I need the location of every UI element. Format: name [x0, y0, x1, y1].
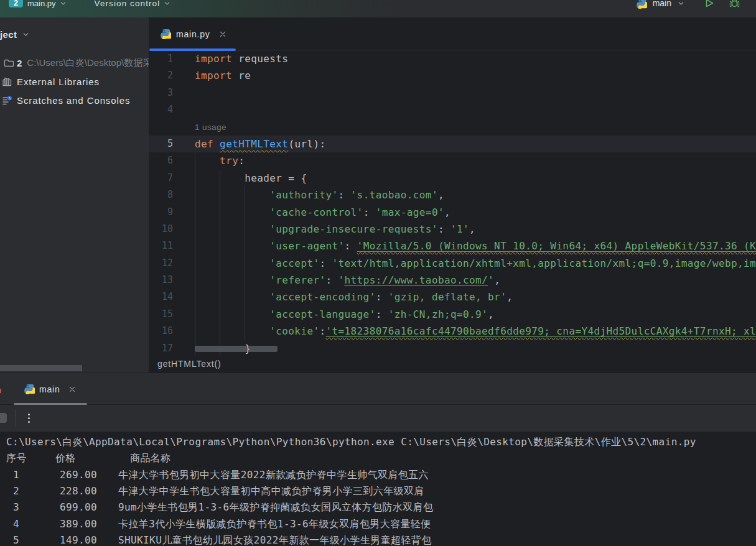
- console-output[interactable]: C:\Users\白炎\AppData\Local\Programs\Pytho…: [0, 432, 756, 546]
- code-line: 16 'cookie':'t=18238076a16cafc44790baedf…: [149, 323, 756, 340]
- indent-guide: [195, 152, 195, 357]
- line-number: 13: [149, 272, 173, 289]
- run-button[interactable]: [704, 0, 714, 8]
- tree-item-scratches[interactable]: Scratches and Consoles: [0, 91, 149, 109]
- console-table-row: 4389.00卡拉羊3代小学生横版减负护脊书包1-3-6年级女双肩包男大容量轻便: [0, 516, 756, 532]
- project-tree: 2 C:\Users\白炎\Desktop\数据采集技术\作业\5\2 Exte…: [0, 53, 149, 109]
- line-number: 4: [149, 101, 173, 118]
- line-number: 9: [149, 204, 173, 221]
- console-text: C:\Users\白炎\AppData\Local\Programs\Pytho…: [6, 434, 696, 450]
- line-number: 11: [149, 238, 173, 254]
- editor-horizontal-scrollbar[interactable]: [195, 346, 278, 352]
- console-table-row: 5149.00SHUKIKU儿童书包幼儿园女孩2022年新款一年级小学生男童超轻…: [0, 532, 756, 546]
- chevron-down-icon[interactable]: [677, 0, 685, 7]
- line-number: 12: [149, 255, 173, 272]
- project-tool-window: ject 2 C:\Users\白炎\Desktop\数据采集技术\作业\5\2…: [0, 17, 149, 372]
- line-number: 6: [149, 152, 173, 169]
- console-text: 1: [13, 467, 19, 483]
- code-line: 10 'upgrade-insecure-requests': '1',: [149, 221, 756, 238]
- tree-item-label: Scratches and Consoles: [17, 95, 130, 106]
- project-panel-horizontal-scrollbar[interactable]: [0, 365, 82, 371]
- code-line: 6 try:: [149, 152, 756, 169]
- console-table-row: 1269.00牛津大学书包男初中大容量2022新款减负护脊中学生帅气双肩包五六: [0, 467, 756, 483]
- console-text: 牛津大学中学生书包大容量初中高中减负护脊男小学三到六年级双肩: [118, 483, 424, 499]
- chevron-down-icon: [22, 30, 30, 39]
- run-tab-main[interactable]: main: [14, 373, 76, 405]
- console-command-line: C:\Users\白炎\AppData\Local\Programs\Pytho…: [0, 434, 756, 450]
- file-menu[interactable]: main.py: [27, 0, 67, 8]
- debug-button[interactable]: [729, 0, 740, 9]
- indent-guide: [245, 187, 245, 340]
- editor-tab-bar: main.py: [149, 17, 756, 50]
- code-line: 15 'accept-language': 'zh-CN,zh;q=0.9',: [149, 306, 756, 323]
- console-text: 2: [13, 483, 19, 499]
- external-libraries-icon: [2, 76, 12, 87]
- code-line: 3: [149, 85, 756, 101]
- console-text: SHUKIKU儿童书包幼儿园女孩2022年新款一年级小学生男童超轻背包: [118, 532, 432, 546]
- project-root-name: 2: [17, 58, 22, 68]
- console-table-header: 序号价格商品名称: [0, 450, 756, 466]
- line-number: 15: [149, 306, 173, 323]
- run-config-selector[interactable]: main: [653, 0, 671, 8]
- console-text: 228.00: [60, 483, 97, 499]
- vcs-menu-label: Version control: [95, 0, 161, 8]
- console-text: 价格: [55, 450, 76, 466]
- console-table-row: 2228.00牛津大学中学生书包大容量初中高中减负护脊男小学三到六年级双肩: [0, 483, 756, 499]
- tree-item-project-root[interactable]: 2 C:\Users\白炎\Desktop\数据采集技术\作业\5\2: [0, 53, 149, 72]
- python-file-icon: [24, 384, 35, 394]
- project-panel-header[interactable]: ject: [0, 26, 30, 42]
- console-text: 269.00: [60, 467, 97, 483]
- code-line: 11 'user-agent': 'Mozilla/5.0 (Windows N…: [149, 238, 756, 254]
- main-toolbar: 2 main.py Version control main: [0, 0, 756, 17]
- close-icon[interactable]: [68, 386, 76, 393]
- more-options-icon[interactable]: [24, 408, 34, 428]
- console-text: 4: [13, 516, 19, 532]
- project-root-path: C:\Users\白炎\Desktop\数据采集技术\作业\5\2: [27, 57, 149, 69]
- python-logo-icon: [637, 0, 647, 9]
- console-text: 商品名称: [130, 450, 171, 466]
- code-line: 12 'accept': 'text/html,application/xhtm…: [149, 255, 756, 272]
- breadcrumb: getHTMLText(): [149, 354, 756, 373]
- usages-inlay-hint: 1 usage: [149, 119, 756, 136]
- editor-tab-main-py[interactable]: main.py: [149, 17, 236, 50]
- line-number: 14: [149, 289, 173, 305]
- code-line: 5def getHTMLText(url):: [149, 136, 756, 152]
- file-menu-label: main.py: [27, 0, 56, 8]
- code-line: 4: [149, 101, 756, 118]
- close-icon[interactable]: [219, 30, 226, 38]
- run-tab-bar: main: [0, 373, 756, 405]
- run-tool-window: main C:\Users\白炎\AppData\Local\Programs\…: [0, 373, 756, 546]
- console-text: 序号: [6, 450, 27, 466]
- python-file-icon: [161, 29, 171, 39]
- console-text: 389.00: [60, 516, 97, 532]
- line-number: 7: [149, 170, 173, 187]
- vcs-menu[interactable]: Version control: [95, 0, 172, 8]
- project-badge[interactable]: 2: [9, 0, 23, 7]
- console-text: 699.00: [60, 499, 97, 516]
- run-tab-label: main: [39, 384, 60, 394]
- console-text: 149.00: [60, 532, 97, 546]
- stop-icon[interactable]: [0, 389, 1, 393]
- console-text: 9um小学生书包男1-3-6年级护脊抑菌减负女国风立体方包防水双肩包: [118, 499, 433, 516]
- code-line: 9 'cache-control': 'max-age=0',: [149, 204, 756, 221]
- run-toolbar: [0, 405, 756, 432]
- toolbar-icon-fragment[interactable]: [0, 413, 7, 423]
- line-number: 10: [149, 221, 173, 238]
- breadcrumb-item[interactable]: getHTMLText(): [157, 359, 222, 369]
- console-text: 卡拉羊3代小学生横版减负护脊书包1-3-6年级女双肩包男大容量轻便: [118, 516, 431, 532]
- project-panel-title: ject: [0, 29, 17, 40]
- tree-item-label: External Libraries: [17, 76, 100, 87]
- chevron-down-icon: [59, 0, 67, 7]
- code-line: 13 'referer': 'https://www.taobao.com/',: [149, 272, 756, 289]
- console-text: 3: [13, 499, 19, 516]
- console-table-row: 3699.009um小学生书包男1-3-6年级护脊抑菌减负女国风立体方包防水双肩…: [0, 499, 756, 516]
- line-number: 16: [149, 323, 173, 340]
- line-number: 5: [149, 136, 173, 152]
- code-line: 7 header = {: [149, 170, 756, 187]
- editor-area: main.py 1import requests2import re341 us…: [149, 17, 756, 373]
- line-number: 1: [149, 50, 173, 67]
- tree-item-external-libraries[interactable]: External Libraries: [0, 72, 149, 91]
- folder-icon: [4, 58, 14, 68]
- toolbar-separator: [15, 409, 16, 427]
- code-editor[interactable]: 1import requests2import re341 usage5def …: [149, 50, 756, 358]
